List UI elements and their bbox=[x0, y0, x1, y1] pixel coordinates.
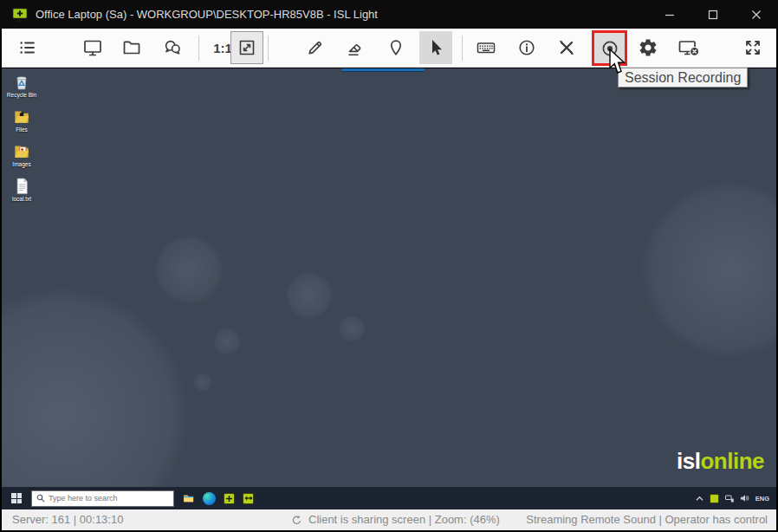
admin-tools-icon bbox=[556, 37, 577, 58]
desktop-icon-label: Images bbox=[12, 161, 30, 167]
monitor-button[interactable] bbox=[76, 31, 109, 64]
cursor-mode-button[interactable] bbox=[419, 31, 452, 64]
desktop-icon-recycle-bin[interactable]: Recycle Bin bbox=[3, 72, 40, 98]
cursor-arrow-icon bbox=[425, 37, 446, 58]
fullscreen-icon bbox=[742, 37, 763, 58]
desktop-icons: Recycle Bin Files Images bbox=[3, 72, 40, 202]
remote-desktop-view[interactable]: Recycle Bin Files Images bbox=[2, 68, 776, 487]
search-icon bbox=[36, 494, 45, 503]
chat-button[interactable] bbox=[156, 31, 189, 64]
keyboard-button[interactable] bbox=[470, 31, 502, 64]
statusbar: Server: 161 | 00:13:10 Client is sharing… bbox=[2, 509, 776, 530]
taskbar-search[interactable] bbox=[31, 490, 174, 507]
desktop-icon-local-txt[interactable]: local.txt bbox=[3, 176, 40, 202]
sound-control-status: Streaming Remote Sound | Operator has co… bbox=[526, 509, 768, 530]
menu-button[interactable] bbox=[11, 31, 44, 64]
pointer-pin-icon bbox=[386, 37, 406, 58]
windows-logo-icon bbox=[11, 493, 22, 503]
toolbar: 1:1 bbox=[2, 29, 776, 68]
remote-taskbar: ENG bbox=[2, 487, 776, 509]
plus-arrow-icon bbox=[225, 495, 233, 503]
minimize-button[interactable] bbox=[648, 0, 691, 29]
info-icon bbox=[516, 37, 537, 58]
files-folder-icon bbox=[12, 107, 31, 126]
file-transfer-button[interactable] bbox=[115, 31, 148, 64]
scale-1-1-label: 1:1 bbox=[213, 41, 232, 55]
edge-icon[interactable] bbox=[203, 492, 216, 505]
maximize-icon bbox=[708, 10, 718, 20]
fit-screen-icon bbox=[237, 37, 257, 58]
end-session-monitor-icon bbox=[678, 37, 700, 58]
session-recording-tooltip: Session Recording bbox=[618, 68, 748, 88]
file-explorer-icon[interactable] bbox=[182, 492, 195, 504]
window-title: Office Laptop (Sa) - WORKGROUP\DESKTOP-H… bbox=[36, 8, 378, 21]
window-controls bbox=[648, 0, 778, 29]
chevron-up-icon[interactable] bbox=[696, 496, 703, 502]
desktop-icon-label: Recycle Bin bbox=[7, 92, 36, 98]
desktop-icon-images[interactable]: Images bbox=[3, 141, 40, 167]
sharing-status-text: Client is sharing screen | Zoom: (46%) bbox=[308, 509, 500, 530]
desktop-icon-label: Files bbox=[16, 127, 28, 133]
islonline-logo: islonline bbox=[677, 448, 764, 475]
pointer-button[interactable] bbox=[379, 31, 412, 64]
menu-list-icon bbox=[17, 37, 38, 58]
search-input[interactable] bbox=[49, 494, 161, 503]
images-folder-icon bbox=[12, 141, 31, 160]
sharing-status: Client is sharing screen | Zoom: (46%) bbox=[290, 509, 500, 530]
settings-button[interactable] bbox=[632, 31, 665, 64]
keyboard-icon bbox=[476, 37, 496, 58]
left-right-arrow-icon bbox=[244, 495, 253, 502]
network-icon[interactable] bbox=[725, 495, 734, 503]
maximize-button[interactable] bbox=[691, 0, 735, 29]
folder-icon bbox=[121, 37, 142, 58]
speaker-icon[interactable] bbox=[740, 494, 749, 503]
close-icon bbox=[751, 10, 762, 20]
draw-button[interactable] bbox=[299, 31, 332, 64]
pencil-icon bbox=[305, 37, 326, 58]
toolbar-separator bbox=[268, 36, 269, 61]
titlebar: Office Laptop (Sa) - WORKGROUP\DESKTOP-H… bbox=[0, 0, 778, 29]
eraser-icon bbox=[345, 37, 366, 58]
close-button[interactable] bbox=[735, 0, 778, 29]
recycle-bin-icon bbox=[12, 72, 31, 91]
end-session-button[interactable] bbox=[672, 31, 705, 64]
text-file-icon bbox=[12, 176, 31, 195]
isl-connect-taskbar-icon[interactable] bbox=[243, 493, 254, 504]
toolbar-separator bbox=[198, 36, 199, 61]
server-session-info: Server: 161 | 00:13:10 bbox=[12, 509, 123, 530]
minimize-icon bbox=[665, 10, 675, 20]
desktop-icon-files[interactable]: Files bbox=[3, 107, 40, 133]
desktop-icon-label: local.txt bbox=[12, 196, 31, 202]
isl-tray-icon[interactable] bbox=[710, 494, 719, 503]
mouse-cursor-icon bbox=[609, 49, 628, 75]
remote-session-strip bbox=[342, 68, 425, 72]
refresh-icon bbox=[290, 514, 303, 527]
fullscreen-button[interactable] bbox=[736, 31, 769, 64]
eraser-button[interactable] bbox=[339, 31, 372, 64]
isl-light-window: Office Laptop (Sa) - WORKGROUP\DESKTOP-H… bbox=[0, 0, 778, 532]
monitor-icon bbox=[82, 37, 103, 58]
isl-app-icon bbox=[11, 6, 29, 23]
settings-gear-icon bbox=[638, 37, 658, 58]
isl-light-taskbar-icon[interactable] bbox=[224, 493, 235, 504]
system-tray: ENG bbox=[696, 494, 776, 503]
admin-tools-button[interactable] bbox=[550, 31, 583, 64]
taskbar-pinned-icons bbox=[182, 492, 254, 505]
start-button[interactable] bbox=[2, 487, 31, 509]
chat-icon bbox=[162, 37, 183, 58]
logo-isl: isl bbox=[677, 448, 700, 474]
info-button[interactable] bbox=[510, 31, 543, 64]
language-indicator[interactable]: ENG bbox=[755, 495, 769, 503]
toolbar-separator bbox=[462, 36, 463, 61]
logo-online: online bbox=[700, 448, 764, 474]
fit-screen-button[interactable] bbox=[230, 31, 263, 64]
